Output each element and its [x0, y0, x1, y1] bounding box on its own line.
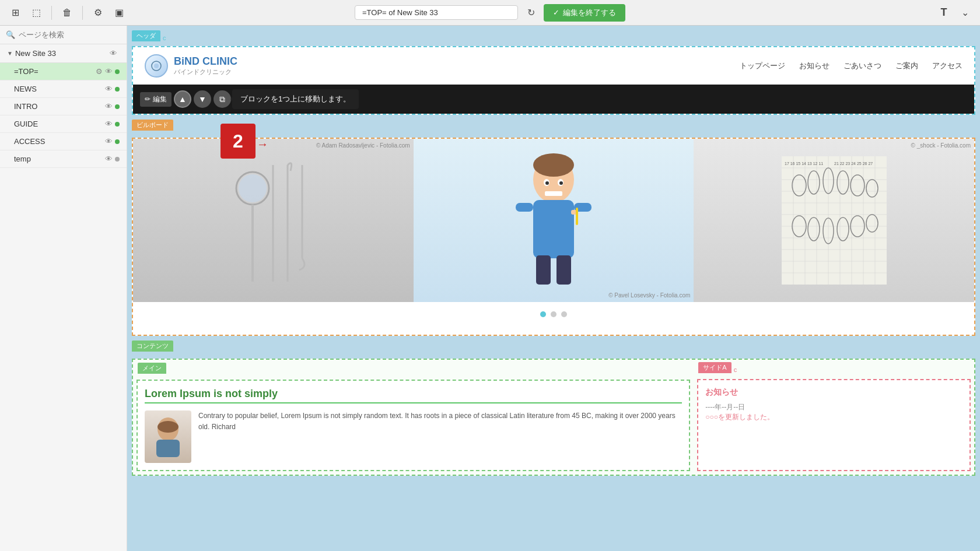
finish-edit-button[interactable]: ✓ 編集を終了する — [544, 4, 625, 22]
divider-1 — [51, 6, 52, 20]
tooltip-text: ブロックを1つ上に移動します。 — [240, 94, 351, 103]
pencil-icon: ✏ — [145, 95, 150, 103]
dot-1[interactable] — [540, 311, 546, 317]
dot-2[interactable] — [551, 311, 556, 317]
main-content: Lorem Ipsum is not simply Contrary to po… — [136, 380, 690, 471]
item-icons-intro: 👁 — [105, 102, 120, 111]
site-eye-icon[interactable]: 👁 — [110, 49, 117, 58]
eye-icon-temp[interactable]: 👁 — [105, 155, 113, 163]
dot-top — [115, 69, 120, 74]
svg-point-58 — [158, 421, 178, 433]
dot-3[interactable] — [561, 311, 567, 317]
billboard-img-2: © Pavel Losevsky - Fotolia.com — [414, 139, 694, 302]
sidebar-a: お知らせ ----年--月--日 ○○○を更新しました。 — [697, 379, 971, 471]
svg-rect-10 — [533, 200, 574, 258]
header-section-wrap: BiND CLINIC バインドクリニック トップページ お知らせ ごあいさつ … — [127, 41, 980, 115]
layout-icon[interactable]: ⬚ — [28, 5, 44, 21]
sidebar-item-temp[interactable]: temp 👁 — [0, 150, 127, 168]
dental-tools-illustration — [220, 153, 326, 287]
sidebar-item-access[interactable]: ACCESS 👁 — [0, 133, 127, 150]
block-down-btn[interactable]: ▼ — [194, 90, 211, 108]
item-icons-guide: 👁 — [105, 120, 120, 128]
trash-icon[interactable]: 🗑 — [59, 5, 75, 21]
header-edit-icon[interactable]: c — [163, 34, 166, 41]
content-section-label: コンテンツ — [132, 341, 173, 352]
nav-link-greeting[interactable]: ごあいさつ — [844, 61, 881, 71]
header-nav: BiND CLINIC バインドクリニック トップページ お知らせ ごあいさつ … — [133, 47, 974, 85]
dot-news — [115, 87, 120, 92]
svg-rect-57 — [156, 440, 180, 457]
content-area: 2 → ヘッダ c BiND CLIN — [127, 26, 980, 551]
item-icons-top: ⚙ 👁 — [96, 67, 120, 76]
text-tool-icon[interactable]: T — [936, 5, 952, 21]
more-options-icon[interactable]: ⌄ — [957, 5, 973, 21]
svg-rect-14 — [576, 208, 578, 225]
block-up-btn[interactable]: ▲ — [174, 90, 191, 108]
checkmark-icon: ✓ — [553, 8, 559, 17]
item-icons-temp: 👁 — [105, 155, 120, 163]
avatar-image — [145, 410, 191, 463]
sidebar-item-label-temp: temp — [14, 155, 31, 163]
finish-edit-label: 編集を終了する — [563, 8, 616, 18]
sidebar-a-sub-label: サイドA — [698, 362, 731, 373]
sidebar-a-label-row: サイドA c — [694, 360, 974, 375]
sidebar-icon[interactable]: ▣ — [111, 5, 127, 21]
settings-icon[interactable]: ⚙ — [90, 5, 106, 21]
sidebar-a-col: サイドA c お知らせ ----年--月--日 ○○○を更新しました。 — [694, 360, 974, 475]
child-illustration — [495, 145, 612, 296]
tooltip-bubble: ブロックを1つ上に移動します。 — [232, 89, 359, 109]
billboard-img-1: © Adam Radosavljevic - Fotolia.com — [133, 139, 414, 302]
billboard-section-label: ビルボード — [132, 120, 173, 131]
credit-2: © Pavel Losevsky - Fotolia.com — [608, 292, 690, 299]
eye-icon-access[interactable]: 👁 — [105, 137, 113, 146]
main-area: 🔍 ▼ New Site 33 👁 =TOP= ⚙ 👁 NEWS 👁 — [0, 26, 980, 551]
site-name: ▼ New Site 33 👁 — [0, 44, 127, 63]
sidebar-item-intro[interactable]: INTRO 👁 — [0, 98, 127, 115]
svg-point-1 — [154, 64, 159, 68]
grid-icon[interactable]: ⊞ — [7, 5, 23, 21]
svg-point-20 — [559, 181, 563, 185]
nav-link-info[interactable]: ご案内 — [895, 61, 918, 71]
header-section: BiND CLINIC バインドクリニック トップページ お知らせ ごあいさつ … — [132, 46, 975, 115]
search-input[interactable] — [19, 30, 121, 39]
dot-access — [115, 139, 120, 144]
news-date-1: ----年--月--日 — [705, 403, 745, 411]
refresh-button[interactable]: ↻ — [523, 5, 539, 21]
block-toolbar: ✏ 編集 ▲ ▼ ⧉ ⊞ × ··· 825 モード ブロックを1つ上に移動しま… — [133, 85, 974, 114]
dot-intro — [115, 104, 120, 109]
svg-rect-15 — [536, 255, 551, 285]
item-icons-access: 👁 — [105, 137, 120, 146]
sidebar-item-news[interactable]: NEWS 👁 — [0, 80, 127, 98]
main-content-col: メイン Lorem Ipsum is not simply — [133, 360, 694, 475]
dot-temp — [115, 157, 120, 162]
nav-link-top[interactable]: トップページ — [740, 61, 785, 71]
eye-icon-guide[interactable]: 👁 — [105, 120, 113, 128]
search-icon: 🔍 — [6, 30, 15, 39]
sidebar-search-bar: 🔍 — [0, 26, 127, 44]
main-sub-label: メイン — [138, 363, 166, 374]
site-name-label: New Site 33 — [15, 49, 56, 58]
expand-arrow: ▼ — [7, 50, 13, 57]
sidebar-item-guide[interactable]: GUIDE 👁 — [0, 115, 127, 133]
eye-icon-top[interactable]: 👁 — [105, 67, 113, 76]
sidebar-item-top[interactable]: =TOP= ⚙ 👁 — [0, 63, 127, 80]
logo-circle — [145, 54, 168, 78]
nav-link-access[interactable]: アクセス — [932, 61, 963, 71]
eye-icon-intro[interactable]: 👁 — [105, 102, 113, 111]
url-text: =TOP= of New Site 33 — [362, 8, 438, 17]
main-content-body: Contrary to popular belief, Lorem Ipsum … — [145, 410, 682, 463]
nav-links: トップページ お知らせ ごあいさつ ご案内 アクセス — [740, 61, 963, 71]
block-edit-btn[interactable]: ✏ 編集 — [140, 92, 172, 107]
sidebar-a-edit-icon[interactable]: c — [734, 366, 737, 373]
content-section-row: コンテンツ — [127, 341, 980, 352]
sidebar-item-label-news: NEWS — [14, 85, 37, 93]
logo-svg — [150, 60, 162, 72]
xray-illustration: 17 16 15 14 13 12 11 21 22 23 24 25 26 2… — [776, 150, 892, 290]
svg-text:21 22 23 24 25 26 27: 21 22 23 24 25 26 27 — [834, 162, 873, 166]
eye-icon-news[interactable]: 👁 — [105, 85, 113, 93]
gear-icon-top[interactable]: ⚙ — [96, 67, 103, 76]
main-label-row: メイン — [133, 360, 694, 376]
nav-link-news[interactable]: お知らせ — [799, 61, 830, 71]
logo-sub-text: バインドクリニック — [174, 68, 237, 76]
credit-3: © _shock - Fotolia.com — [911, 142, 971, 149]
